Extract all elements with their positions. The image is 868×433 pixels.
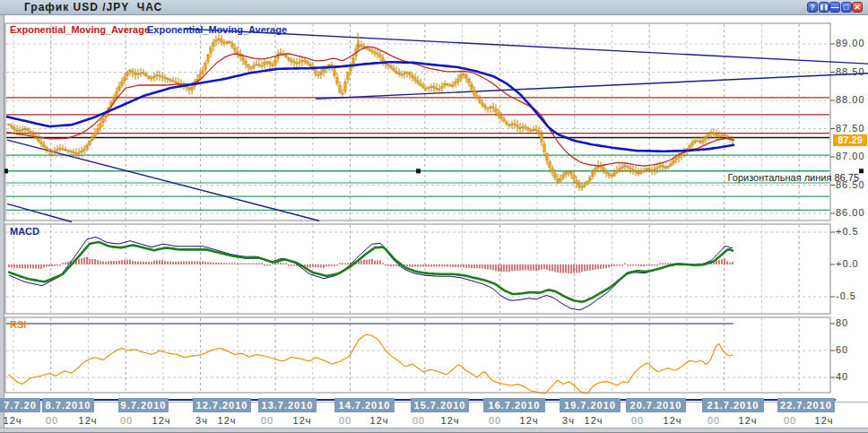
macd-axis-label: +0.0 xyxy=(836,258,859,269)
date-button[interactable]: 21.7.2010 xyxy=(702,398,764,412)
time-label: 00 xyxy=(412,415,425,426)
price-axis-label: 89.00 xyxy=(836,38,865,48)
date-button[interactable]: 22.7.2010 xyxy=(777,398,835,412)
window-frame-bottom xyxy=(0,428,868,433)
window-title: График USD /JPY ЧАС xyxy=(24,1,162,13)
time-label: 12ч xyxy=(370,415,389,426)
rsi-panel[interactable] xyxy=(5,317,830,393)
time-label: 12ч xyxy=(739,415,758,426)
date-button[interactable]: 7.7.20 xyxy=(0,398,40,412)
maximize-button[interactable]: □ xyxy=(841,2,852,13)
macd-axis-label: +0.5 xyxy=(836,226,859,237)
time-label: 12ч xyxy=(4,415,22,426)
help-button[interactable]: ? xyxy=(807,2,818,13)
time-label: 00 xyxy=(261,415,273,426)
time-label: 00 xyxy=(120,415,133,426)
current-price-badge: 87.29 xyxy=(833,134,867,146)
rsi-axis-label: 60 xyxy=(836,344,848,355)
price-axis-label: 86.50 xyxy=(836,179,865,190)
price-axis-label: 87.00 xyxy=(836,151,865,161)
date-button[interactable]: 13.7.2010 xyxy=(258,398,317,412)
legend-ema-fast: Exponential_Moving_Average xyxy=(10,24,150,35)
date-button[interactable]: 9.7.2010 xyxy=(118,398,169,412)
window-frame-left xyxy=(0,15,4,433)
price-axis-label: 88.00 xyxy=(836,94,865,105)
time-label: 00 xyxy=(46,415,58,426)
date-button[interactable]: 15.7.2010 xyxy=(411,398,469,412)
minimize-button[interactable]: — xyxy=(829,2,840,13)
time-label: 00 xyxy=(631,415,644,426)
price-axis-label: 87.50 xyxy=(836,123,865,134)
selection-handle[interactable] xyxy=(859,169,864,173)
time-label: 12ч xyxy=(664,415,682,426)
time-label: 12ч xyxy=(218,415,237,426)
date-button[interactable]: 19.7.2010 xyxy=(560,398,621,412)
time-label: 12ч xyxy=(441,415,460,426)
chart-canvas[interactable] xyxy=(0,0,868,433)
macd-panel[interactable] xyxy=(5,224,830,314)
time-label: 12ч xyxy=(79,415,98,426)
time-label: 12ч xyxy=(293,415,312,426)
time-label: 00 xyxy=(707,415,720,426)
price-axis-label: 88.50 xyxy=(836,66,865,77)
price-axis-label: 86.00 xyxy=(836,207,865,218)
date-button[interactable]: 16.7.2010 xyxy=(483,398,545,412)
chart-window: График USD /JPY ЧАС ?❚❚—□✕ Exponential_M… xyxy=(0,0,868,433)
legend-ema-slow: Exponential_Moving_Average xyxy=(147,24,287,35)
time-label: 12ч xyxy=(152,415,171,426)
main-panel[interactable] xyxy=(5,23,830,221)
time-label: 00 xyxy=(339,415,352,426)
time-label: 12ч xyxy=(815,415,834,426)
window-titlebar[interactable]: График USD /JPY ЧАС ?❚❚—□✕ xyxy=(0,0,868,15)
date-button[interactable]: 8.7.2010 xyxy=(42,398,94,412)
rsi-panel-label: RSI xyxy=(10,319,26,330)
close-button[interactable]: ✕ xyxy=(852,2,863,13)
rsi-axis-label: 80 xyxy=(836,317,848,328)
rsi-axis-label: 40 xyxy=(836,371,848,382)
time-label: 00 xyxy=(784,415,796,426)
time-label: 3ч xyxy=(562,415,575,426)
macd-axis-label: -0.5 xyxy=(836,290,856,301)
time-label: 3ч xyxy=(195,415,208,426)
macd-panel-label: MACD xyxy=(10,226,39,237)
date-button[interactable]: 20.7.2010 xyxy=(626,398,686,412)
date-button[interactable]: 12.7.2010 xyxy=(193,398,251,412)
time-label: 12ч xyxy=(585,415,603,426)
pin-button[interactable]: ❚❚ xyxy=(819,2,829,13)
time-label: 00 xyxy=(489,415,501,426)
time-label: 12ч xyxy=(520,415,539,426)
selection-handle[interactable] xyxy=(416,169,421,173)
date-button[interactable]: 14.7.2010 xyxy=(334,398,395,412)
